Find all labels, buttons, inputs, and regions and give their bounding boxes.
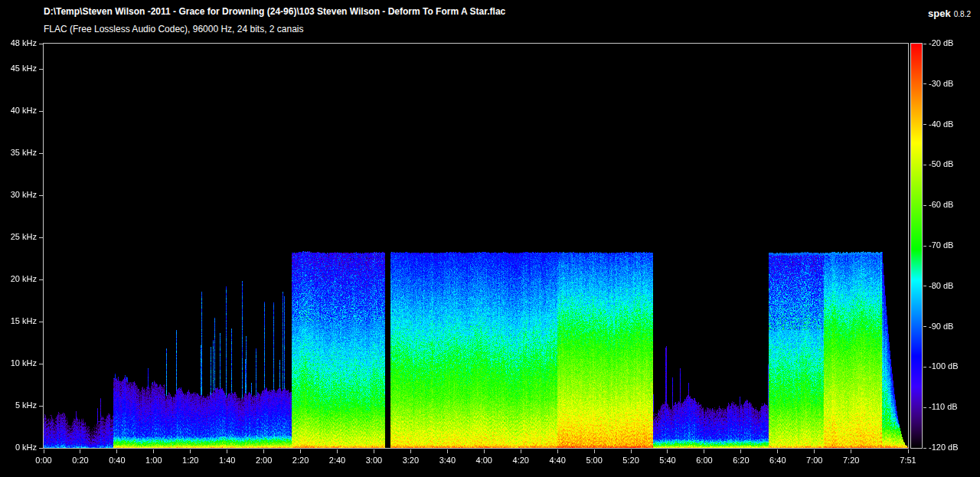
spek-window: D:\Temp\Steven Wilson -2011 - Grace for … xyxy=(0,0,980,477)
time-tick-label: 0:40 xyxy=(109,456,125,465)
db-tick-mark xyxy=(923,83,926,84)
db-colorbar-frame xyxy=(910,43,923,449)
db-tick-label: -40 dB xyxy=(929,119,953,129)
time-tick-mark xyxy=(484,449,485,453)
time-tick-mark xyxy=(814,449,815,453)
db-tick-label: -120 dB xyxy=(929,443,959,452)
db-tick-label: -30 dB xyxy=(929,79,953,88)
time-tick-label: 2:00 xyxy=(256,456,272,465)
time-tick-mark xyxy=(521,449,521,453)
time-tick-mark xyxy=(190,449,191,453)
time-tick-label: 2:20 xyxy=(292,456,309,465)
time-tick-mark xyxy=(374,449,374,453)
time-tick-mark xyxy=(667,449,668,453)
spectrogram-plot xyxy=(43,43,909,449)
time-tick-mark xyxy=(263,449,264,453)
app-version: 0.8.2 xyxy=(954,10,971,18)
time-tick-label: 3:00 xyxy=(366,456,382,465)
time-tick-label: 2:40 xyxy=(329,456,345,465)
time-tick-mark xyxy=(153,449,154,453)
spectrogram-canvas xyxy=(44,44,908,448)
app-branding: spek0.8.2 xyxy=(928,6,971,20)
time-tick-label: 0:00 xyxy=(35,456,51,465)
time-tick-label: 7:00 xyxy=(806,456,822,465)
db-tick-mark xyxy=(923,448,926,449)
time-tick-label: 6:20 xyxy=(733,456,749,465)
app-name: spek xyxy=(928,8,951,19)
db-tick-mark xyxy=(923,326,926,327)
db-tick-mark xyxy=(923,205,926,206)
freq-tick-label: 48 kHz xyxy=(0,38,37,47)
db-tick-mark xyxy=(923,165,926,165)
time-tick-label: 1:20 xyxy=(182,456,198,465)
time-tick-mark xyxy=(557,449,558,453)
time-tick-mark xyxy=(410,449,411,453)
db-tick-mark xyxy=(923,407,926,408)
freq-tick-label: 45 kHz xyxy=(0,64,37,73)
time-tick-label: 1:40 xyxy=(219,456,235,465)
time-tick-mark xyxy=(227,449,227,453)
freq-tick-label: 35 kHz xyxy=(0,148,37,157)
freq-tick-label: 15 kHz xyxy=(0,316,37,325)
time-tick-label: 5:40 xyxy=(659,456,675,465)
time-tick-label: 5:20 xyxy=(622,456,639,465)
time-tick-mark xyxy=(631,449,632,453)
time-tick-label: 4:20 xyxy=(513,456,529,465)
db-tick-mark xyxy=(923,367,926,368)
time-tick-mark xyxy=(447,449,448,453)
time-tick-mark xyxy=(740,449,741,453)
time-tick-mark xyxy=(44,449,44,453)
db-tick-mark xyxy=(923,124,926,125)
time-tick-label: 4:00 xyxy=(476,456,492,465)
time-tick-label: 3:40 xyxy=(439,456,456,465)
time-tick-mark xyxy=(777,449,778,453)
time-tick-label: 1:00 xyxy=(145,456,162,465)
freq-tick-label: 0 kHz xyxy=(0,443,37,452)
time-tick-mark xyxy=(704,449,704,453)
db-tick-label: -60 dB xyxy=(929,200,953,209)
time-tick-mark xyxy=(80,449,80,453)
freq-tick-label: 30 kHz xyxy=(0,190,37,199)
db-tick-label: -80 dB xyxy=(929,281,953,290)
db-tick-label: -50 dB xyxy=(929,159,953,168)
freq-tick-label: 10 kHz xyxy=(0,358,37,368)
time-tick-mark xyxy=(337,449,338,453)
db-colorbar xyxy=(911,44,922,448)
file-info: FLAC (Free Lossless Audio Codec), 96000 … xyxy=(44,24,304,34)
time-tick-mark xyxy=(908,449,909,453)
db-tick-mark xyxy=(923,246,926,247)
freq-tick-label: 5 kHz xyxy=(0,400,37,410)
freq-tick-label: 40 kHz xyxy=(0,106,37,115)
db-tick-label: -110 dB xyxy=(929,402,958,411)
time-tick-label: 3:20 xyxy=(403,456,419,465)
time-tick-label: 5:00 xyxy=(586,456,602,465)
time-tick-mark xyxy=(300,449,301,453)
time-tick-label: 7:51 xyxy=(900,456,916,465)
db-tick-label: -20 dB xyxy=(929,38,953,47)
time-tick-label: 7:20 xyxy=(843,456,859,465)
time-tick-label: 6:00 xyxy=(696,456,712,465)
db-tick-label: -70 dB xyxy=(929,240,953,250)
time-tick-label: 4:40 xyxy=(549,456,565,465)
time-tick-mark xyxy=(116,449,117,453)
db-tick-mark xyxy=(923,286,926,286)
freq-tick-label: 20 kHz xyxy=(0,274,37,283)
file-path-title: D:\Temp\Steven Wilson -2011 - Grace for … xyxy=(44,6,505,17)
db-tick-mark xyxy=(923,44,926,44)
db-tick-label: -100 dB xyxy=(929,361,959,371)
db-tick-label: -90 dB xyxy=(929,322,953,331)
freq-tick-label: 25 kHz xyxy=(0,232,37,241)
time-tick-label: 6:40 xyxy=(769,456,786,465)
time-tick-label: 0:20 xyxy=(72,456,88,465)
time-tick-mark xyxy=(594,449,595,453)
time-tick-mark xyxy=(851,449,851,453)
